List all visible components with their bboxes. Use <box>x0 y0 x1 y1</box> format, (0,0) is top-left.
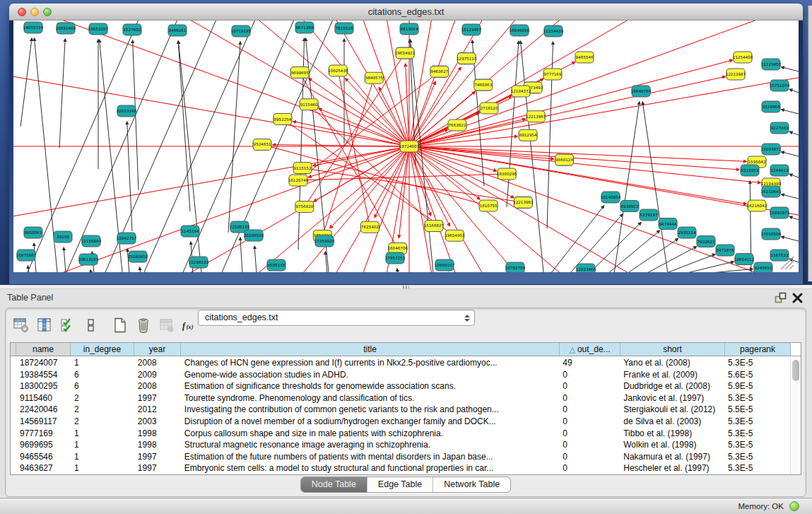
graph-node[interactable]: 15123457 <box>461 24 482 35</box>
graph-node[interactable]: 19654923 <box>395 47 416 59</box>
graph-node[interactable]: 20613103 <box>78 254 99 265</box>
graph-node[interactable]: 16216043 <box>747 200 767 211</box>
graph-node[interactable]: 15992971 <box>770 207 790 218</box>
graph-node[interactable]: 8850061 <box>24 227 42 238</box>
network-graph-canvas[interactable]: 1830029512213963181075519654953151668271… <box>13 21 799 272</box>
tab-edge-table[interactable]: Edge Table <box>367 477 433 492</box>
graph-node[interactable]: 12923468 <box>576 264 596 272</box>
graph-node[interactable]: 9245652 <box>754 262 772 272</box>
column-header-out_de[interactable]: △out_de... <box>560 343 620 356</box>
graph-node[interactable]: 12213963 <box>513 197 534 208</box>
graph-node[interactable]: 39159 <box>54 231 72 243</box>
graph-node[interactable]: 17016504 <box>761 228 782 240</box>
graph-node[interactable]: 20053346 <box>117 105 137 117</box>
table-row[interactable]: 1830029562008Estimation of significance … <box>11 380 790 392</box>
graph-node[interactable]: 16649056 <box>510 25 530 36</box>
unselect-all-icon[interactable] <box>83 317 100 334</box>
graph-node[interactable]: 18300295 <box>497 168 517 180</box>
graph-node[interactable]: 11254439 <box>543 25 564 37</box>
graph-node[interactable]: 12104372 <box>511 86 531 97</box>
tab-node-table[interactable]: Node Table <box>301 477 367 492</box>
graph-node[interactable]: 7663822 <box>448 119 466 131</box>
graph-node[interactable]: 8952254 <box>273 114 292 125</box>
graph-node[interactable]: 6379197 <box>640 209 658 221</box>
table-row[interactable]: 911546021997Tourette syndrome. Phenomeno… <box>11 392 790 404</box>
graph-node[interactable]: 20891406 <box>56 23 76 34</box>
graph-node[interactable]: 12942757 <box>117 233 137 244</box>
table-settings-icon[interactable] <box>13 317 30 334</box>
graph-node[interactable]: 16120746 <box>288 175 309 186</box>
table-row[interactable]: 1938455462009Genome-wide association stu… <box>11 369 790 381</box>
column-header-in_degree[interactable]: in_degree <box>71 343 134 356</box>
column-header-name[interactable]: name <box>16 343 71 356</box>
graph-node[interactable]: 11156889 <box>81 235 102 247</box>
graph-node[interactable]: 1810755 <box>479 200 498 211</box>
graph-node[interactable]: 15298133 <box>189 257 209 268</box>
table-selector-dropdown[interactable]: citations_edges.txt <box>198 310 475 326</box>
graph-node[interactable]: 7932621 <box>697 236 715 247</box>
table-row[interactable]: 946362711997Embryonic stem cells: a mode… <box>11 462 790 474</box>
graph-node[interactable]: 9115152 <box>293 163 312 174</box>
new-table-icon[interactable] <box>112 317 129 334</box>
delete-table-icon[interactable] <box>158 317 175 334</box>
graph-node[interactable]: 19654953 <box>445 230 465 241</box>
float-panel-icon[interactable] <box>775 292 787 304</box>
graph-node[interactable]: 9466161 <box>168 25 187 36</box>
graph-node[interactable]: 16782759 <box>505 262 526 272</box>
graph-node[interactable]: 16210643 <box>761 186 782 197</box>
graph-node[interactable]: 18724007 <box>399 141 420 152</box>
graph-node[interactable]: 2718120 <box>480 103 498 114</box>
graph-node[interactable]: 1244413 <box>770 165 789 176</box>
table-scrollbar[interactable] <box>790 357 801 474</box>
graph-node[interactable]: 9227343 <box>770 122 789 134</box>
select-all-icon[interactable] <box>59 317 76 334</box>
graph-node[interactable]: 1527602 <box>123 24 141 35</box>
graph-node[interactable]: 9699695 <box>290 67 309 78</box>
memory-status-indicator[interactable] <box>789 501 799 511</box>
graph-node[interactable]: 1167533 <box>770 250 789 261</box>
graph-node[interactable]: 12093872 <box>761 144 781 155</box>
graph-node[interactable]: 12213987 <box>726 69 746 80</box>
graph-node[interactable]: 9463627 <box>430 66 449 77</box>
graph-node[interactable]: 10719195 <box>231 25 252 37</box>
graph-node[interactable]: 9465546 <box>575 52 594 63</box>
table-scrollbar-thumb[interactable] <box>792 360 799 381</box>
graph-node[interactable]: 10653287 <box>88 23 109 35</box>
graph-node[interactable]: 8215953 <box>741 165 759 176</box>
graph-node[interactable]: 8813054 <box>400 23 418 35</box>
graph-node[interactable]: 9329966 <box>762 101 780 112</box>
graph-node[interactable]: 17957253 <box>385 252 406 264</box>
graph-node[interactable]: 10654112 <box>734 254 754 265</box>
graph-node[interactable]: 17359928 <box>314 235 335 247</box>
delete-rows-icon[interactable] <box>135 317 152 334</box>
table-row[interactable]: 977716911998Corpus callosum shape and si… <box>11 428 790 440</box>
graph-node[interactable]: 16648784 <box>631 86 652 97</box>
graph-node[interactable]: 11254408 <box>733 52 753 63</box>
close-panel-icon[interactable] <box>792 292 804 304</box>
graph-node[interactable]: 10958107 <box>435 259 455 271</box>
network-window-titlebar[interactable]: citations_edges.txt <box>9 4 803 21</box>
graph-node[interactable]: 8471676 <box>716 245 734 256</box>
column-header-title[interactable]: title <box>181 343 560 356</box>
column-header-year[interactable]: year <box>134 343 181 356</box>
graph-node[interactable]: 2935114 <box>678 227 696 238</box>
graph-node[interactable]: 15751074 <box>770 80 790 91</box>
table-row[interactable]: 1872400712008Changes of HCN gene express… <box>11 357 790 369</box>
graph-node[interactable]: 7625402 <box>360 221 379 233</box>
graph-node[interactable]: 9524851 <box>253 139 271 150</box>
graph-node[interactable]: 9777169 <box>543 69 562 80</box>
graph-node[interactable]: 15166827 <box>424 220 445 231</box>
graph-node[interactable]: 8912954 <box>519 129 537 141</box>
column-header-short[interactable]: short <box>620 343 725 356</box>
graph-node[interactable]: 9860124 <box>555 154 574 165</box>
graph-node[interactable]: 12975115 <box>457 53 477 64</box>
table-row[interactable]: 946554611997Estimation of the future num… <box>11 451 790 463</box>
tab-network-table[interactable]: Network Table <box>433 477 510 492</box>
graph-node[interactable]: 7485063 <box>474 79 493 90</box>
graph-node[interactable]: 10975887 <box>16 250 37 261</box>
graph-node[interactable]: 1145194 <box>181 226 199 237</box>
column-header-pagerank[interactable]: pagerank <box>725 343 791 356</box>
table-row[interactable]: 1456911722003Disruption of a novel membe… <box>11 416 790 428</box>
graph-node[interactable]: 9474444 <box>659 218 677 230</box>
graph-node[interactable]: 11123455 <box>761 59 782 70</box>
